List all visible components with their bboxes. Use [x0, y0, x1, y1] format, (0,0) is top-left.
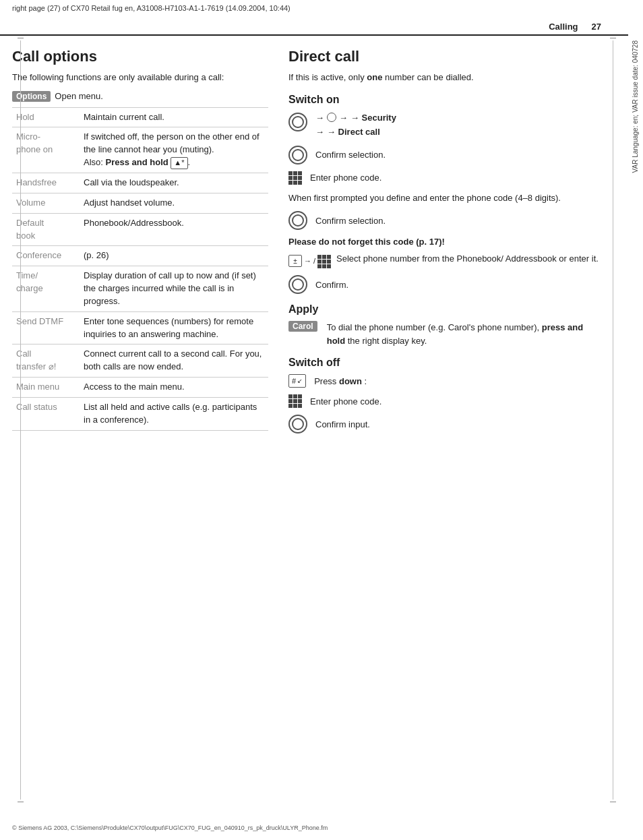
- confirm-input-text: Confirm input.: [315, 419, 370, 429]
- apply-heading: Apply: [288, 303, 601, 316]
- enter-phone-code-row: Enter phone code.: [288, 171, 601, 185]
- table-row: Conference (p. 26): [12, 246, 268, 266]
- carol-row: Carol To dial the phone number (e.g. Car…: [288, 321, 601, 347]
- table-cell-value: List all held and active calls (e.g. par…: [80, 397, 268, 430]
- press-down-text: Press down :: [314, 376, 367, 386]
- table-cell-label: Time/charge: [12, 266, 80, 312]
- page-title: Calling: [549, 22, 578, 32]
- nav-arrow-row: → → → Security → → Direct call: [288, 111, 601, 139]
- table-cell-value: Phonebook/Addressbook.: [80, 213, 268, 246]
- top-tick-left: [18, 38, 24, 38]
- confirm-inner-circle-1: [292, 149, 304, 161]
- page-header: Calling 27: [0, 15, 628, 36]
- nav-arrow-line1: → → → Security: [315, 111, 601, 125]
- confirm-short-text: Confirm.: [315, 280, 348, 290]
- circle-nav-icon: [327, 113, 336, 122]
- page-number: 27: [592, 22, 601, 32]
- confirm-inner-circle-2: [292, 214, 304, 227]
- options-row: Options Open menu.: [12, 91, 268, 102]
- left-section-title: Call options: [12, 48, 268, 65]
- table-cell-label: Volume: [12, 193, 80, 213]
- table-cell-label: Calltransfer ⌀!: [12, 344, 80, 378]
- table-cell-label: Main menu: [12, 378, 80, 398]
- right-column: Direct call If this is active, only one …: [288, 48, 601, 440]
- direct-call-text: → Direct call: [327, 125, 380, 139]
- left-column: Call options The following functions are…: [12, 48, 268, 440]
- confirm-circle-icon-4: [288, 415, 307, 433]
- bottom-tick-left: [18, 802, 24, 802]
- confirm-circle-icon-1: [288, 146, 307, 164]
- right-intro: If this is active, only one number can b…: [288, 71, 601, 84]
- arrow-forward-icon: →: [304, 257, 311, 265]
- confirm-row-2: Confirm selection.: [288, 211, 601, 230]
- top-bar: right page (27) of CX70 Retail fug en, A…: [0, 0, 643, 15]
- hash-small-box-icon: ±: [288, 255, 302, 267]
- right-margin-line: [613, 40, 613, 800]
- table-cell-value: If switched off, the person on the other…: [80, 127, 268, 173]
- select-row-icon: ± → /: [288, 253, 331, 268]
- carol-text-2: the right display key.: [348, 336, 427, 346]
- confirm-short-row: Confirm.: [288, 275, 601, 294]
- keypad-icon-1: [288, 171, 302, 185]
- table-row: Hold Maintain current call.: [12, 107, 268, 127]
- main-circle-icon: [288, 113, 307, 131]
- carol-text-1: To dial the phone number (e.g. Carol's p…: [327, 322, 539, 332]
- confirm-circle-icon-2: [288, 211, 307, 230]
- carol-badge: Carol: [288, 321, 317, 332]
- right-section-title: Direct call: [288, 48, 601, 65]
- nav-arrows-text: → → → Security → → Direct call: [315, 111, 601, 139]
- select-phone-row: ± → / Select phone number from the Phone…: [288, 252, 601, 268]
- press-down-bold: down: [339, 376, 362, 386]
- right-intro-text: If this is active, only: [288, 72, 365, 82]
- enter-phone-code-2-row: Enter phone code.: [288, 394, 601, 408]
- table-cell-label: Hold: [12, 107, 80, 127]
- options-badge: Options: [12, 91, 51, 102]
- star-box-icon: ▲*: [171, 157, 187, 169]
- top-tick-right: [610, 38, 616, 38]
- please-note-text: Please do not forget this code (p. 17)!: [288, 237, 601, 247]
- security-text: → Security: [350, 111, 396, 125]
- arrow-right2-icon: →: [339, 111, 348, 125]
- right-intro-text2: number can be dialled.: [385, 72, 474, 82]
- press-down-colon: :: [365, 376, 367, 386]
- circle-button-icon: [288, 113, 307, 131]
- table-row: Call status List all held and active cal…: [12, 397, 268, 430]
- confirm-text-1: Confirm selection.: [315, 150, 386, 160]
- call-options-table: Hold Maintain current call. Micro-phone …: [12, 107, 268, 431]
- table-cell-value: Access to the main menu.: [80, 378, 268, 398]
- table-row: Micro-phone on If switched off, the pers…: [12, 127, 268, 173]
- arrow-right3-icon: →: [315, 125, 324, 139]
- table-row: Calltransfer ⌀! Connect current call to …: [12, 344, 268, 378]
- table-cell-value: Display duration of call up to now and (…: [80, 266, 268, 312]
- table-cell-value: Call via the loudspeaker.: [80, 173, 268, 193]
- table-cell-value: Adjust handset volume.: [80, 193, 268, 213]
- switch-on-heading: Switch on: [288, 94, 601, 106]
- hash-symbol: #: [292, 377, 296, 385]
- keypad-icon-3: [288, 394, 302, 408]
- keypad-icon-2: [317, 255, 331, 268]
- confirm-row-1: Confirm selection.: [288, 146, 601, 164]
- table-cell-value: Connect current call to a second call. F…: [80, 344, 268, 378]
- nav-arrow-line2: → → Direct call: [315, 125, 601, 139]
- table-cell-value: (p. 26): [80, 246, 268, 266]
- confirm-input-row: Confirm input.: [288, 415, 601, 433]
- left-intro: The following functions are only availab…: [12, 71, 268, 84]
- table-row: Time/charge Display duration of call up …: [12, 266, 268, 312]
- select-phonebook-text: Select phone number from the Phonebook/ …: [336, 252, 599, 266]
- var-text: VAR Language: en; VAR issue date: 040728: [631, 40, 640, 173]
- hash-arrow-icon: # ↙: [288, 374, 306, 388]
- left-margin-line: [20, 40, 21, 800]
- table-cell-value: Maintain current call.: [80, 107, 268, 127]
- table-row: Handsfree Call via the loudspeaker.: [12, 173, 268, 193]
- table-row: Defaultbook Phonebook/Addressbook.: [12, 213, 268, 246]
- confirm-circle-icon-3: [288, 275, 307, 294]
- options-text: Open menu.: [55, 91, 103, 101]
- carol-description: To dial the phone number (e.g. Carol's p…: [327, 321, 601, 347]
- table-row: Send DTMF Enter tone sequences (numbers)…: [12, 311, 268, 344]
- table-cell-label: Micro-phone on: [12, 127, 80, 173]
- press-down-label: Press: [314, 376, 336, 386]
- table-cell-label: Handsfree: [12, 173, 80, 193]
- enter-phone-code-text: Enter phone code.: [310, 173, 381, 183]
- table-cell-label: Defaultbook: [12, 213, 80, 246]
- confirm-inner-circle-3: [292, 278, 304, 291]
